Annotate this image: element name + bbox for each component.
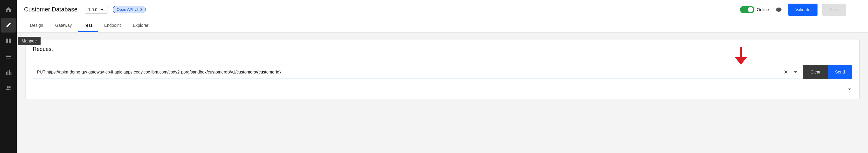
- tab-design[interactable]: Design: [24, 19, 49, 32]
- online-label: Online: [757, 7, 769, 12]
- svg-rect-7: [6, 72, 7, 75]
- svg-rect-0: [6, 39, 8, 41]
- svg-point-11: [7, 86, 9, 88]
- version-label: 1.0.0: [88, 7, 97, 12]
- url-input-wrapper[interactable]: PUT https://apim-demo-gw-gateway-cp4i-ap…: [33, 65, 803, 79]
- request-section: Request PUT https://apim-demo-gw-gateway…: [25, 40, 860, 99]
- online-switch[interactable]: [740, 6, 754, 13]
- main-content: Customer Database 1.0.0 Open API v2.0 On…: [17, 0, 868, 153]
- validate-button[interactable]: Validate: [788, 4, 818, 16]
- svg-rect-4: [6, 55, 11, 55]
- settings-icon[interactable]: [774, 5, 783, 15]
- svg-rect-3: [9, 41, 11, 43]
- svg-rect-5: [6, 56, 11, 57]
- sidebar-item-home[interactable]: [1, 2, 16, 17]
- version-selector[interactable]: 1.0.0: [85, 6, 108, 14]
- open-api-badge[interactable]: Open API v2.0: [113, 6, 146, 13]
- url-chevron-icon[interactable]: [792, 68, 799, 76]
- url-input-text: PUT https://apim-demo-gw-gateway-cp4i-ap…: [37, 70, 780, 74]
- svg-rect-8: [7, 71, 8, 75]
- svg-rect-6: [6, 58, 11, 58]
- svg-rect-1: [9, 39, 11, 41]
- tab-bar: Design Gateway Test Endpoint Explorer: [17, 19, 868, 32]
- chevron-down-icon: [100, 7, 104, 12]
- svg-point-12: [9, 86, 11, 88]
- content-area: Request PUT https://apim-demo-gw-gateway…: [17, 32, 868, 153]
- request-header-row: Request: [33, 46, 852, 58]
- section-title: Request: [33, 46, 53, 52]
- sidebar: Manage: [0, 0, 17, 153]
- clear-button[interactable]: Clear: [803, 65, 828, 79]
- send-button[interactable]: Send: [828, 65, 852, 79]
- app-title: Customer Database: [24, 6, 78, 13]
- online-toggle: Online: [740, 6, 769, 13]
- url-row: PUT https://apim-demo-gw-gateway-cp4i-ap…: [33, 65, 852, 79]
- red-arrow-annotation: [732, 47, 750, 65]
- sidebar-item-users[interactable]: [1, 81, 16, 95]
- tab-explorer[interactable]: Explorer: [127, 19, 154, 32]
- more-options-button[interactable]: ⋮: [851, 5, 861, 15]
- arrow-wrapper: PUT https://apim-demo-gw-gateway-cp4i-ap…: [33, 65, 852, 79]
- tab-gateway[interactable]: Gateway: [49, 19, 78, 32]
- app-header: Customer Database 1.0.0 Open API v2.0 On…: [17, 0, 868, 19]
- collapse-chevron-icon[interactable]: [847, 87, 852, 93]
- svg-rect-9: [9, 70, 10, 75]
- save-button[interactable]: Save: [822, 4, 846, 16]
- tab-endpoint[interactable]: Endpoint: [98, 19, 127, 32]
- sidebar-item-edit[interactable]: [1, 18, 16, 32]
- url-x-icon[interactable]: [782, 68, 789, 76]
- sidebar-item-chart[interactable]: [1, 65, 16, 79]
- tab-test[interactable]: Test: [78, 19, 98, 32]
- manage-tooltip: Manage: [18, 37, 40, 45]
- sidebar-item-manage[interactable]: [1, 34, 16, 48]
- sidebar-item-manage-container: Manage: [1, 34, 16, 48]
- svg-marker-14: [735, 57, 747, 65]
- svg-rect-10: [10, 72, 11, 75]
- svg-rect-2: [6, 41, 8, 43]
- collapsed-row: [33, 84, 852, 93]
- sidebar-item-list[interactable]: [1, 49, 16, 64]
